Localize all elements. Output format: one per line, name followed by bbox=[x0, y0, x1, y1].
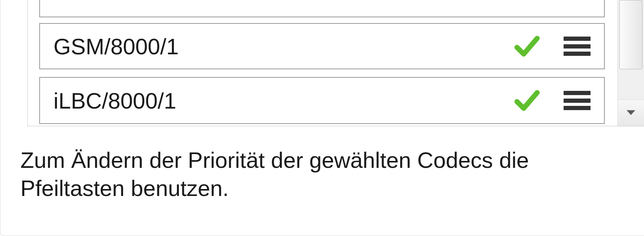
codec-list: GSM/8000/1 iLBC/8000/1 bbox=[27, 0, 644, 126]
codec-label: iLBC/8000/1 bbox=[40, 88, 514, 114]
drag-bar bbox=[564, 44, 591, 49]
codec-list-inner: GSM/8000/1 iLBC/8000/1 bbox=[28, 0, 612, 126]
check-icon[interactable] bbox=[514, 33, 541, 60]
hamburger-icon[interactable] bbox=[564, 37, 591, 56]
scrollbar-thumb[interactable] bbox=[619, 0, 642, 69]
drag-bar bbox=[564, 99, 591, 103]
drag-bar bbox=[564, 106, 591, 110]
drag-bar bbox=[564, 37, 591, 41]
check-icon[interactable] bbox=[514, 87, 541, 114]
codec-row[interactable] bbox=[39, 0, 605, 17]
codec-row[interactable]: iLBC/8000/1 bbox=[39, 77, 605, 124]
chevron-down-icon bbox=[626, 109, 636, 116]
drag-bar bbox=[564, 91, 591, 95]
scrollbar[interactable] bbox=[617, 0, 644, 126]
priority-hint: Zum Ändern der Priorität der gewählten C… bbox=[20, 146, 632, 202]
scroll-down-button[interactable] bbox=[618, 99, 644, 126]
hamburger-icon[interactable] bbox=[564, 91, 591, 110]
codec-label: GSM/8000/1 bbox=[40, 33, 514, 59]
drag-bar bbox=[564, 52, 591, 56]
codec-row[interactable]: GSM/8000/1 bbox=[39, 23, 605, 69]
codec-panel: GSM/8000/1 iLBC/8000/1 bbox=[0, 0, 644, 236]
